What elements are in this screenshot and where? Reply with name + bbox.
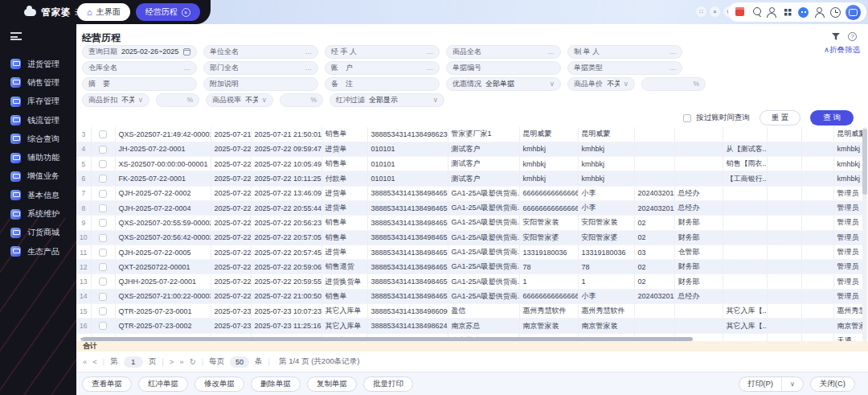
sidebar-item-basic-info[interactable]: 基本信息 bbox=[0, 186, 76, 204]
filter-bill-number[interactable]: 单据编号 bbox=[446, 61, 561, 75]
gift-icon[interactable] bbox=[734, 6, 746, 19]
print-button[interactable]: 打印(P) bbox=[739, 377, 781, 391]
sidebar-item-sales[interactable]: 销售管理 bbox=[0, 73, 76, 92]
row-checkbox[interactable] bbox=[99, 160, 107, 168]
service-icon[interactable] bbox=[813, 6, 825, 19]
chevron-down-icon[interactable]: ∨ bbox=[433, 96, 438, 104]
message-icon[interactable] bbox=[797, 6, 809, 19]
posting-time-checkbox[interactable] bbox=[683, 114, 691, 122]
filter-summary[interactable]: 摘 要 bbox=[82, 77, 197, 91]
sidebar-item-assist[interactable]: 辅助功能 bbox=[0, 148, 76, 167]
row-checkbox[interactable] bbox=[99, 146, 107, 154]
calendar-icon[interactable] bbox=[183, 48, 190, 56]
filter-product-discount-percent[interactable]: % bbox=[156, 93, 199, 107]
next-page-button[interactable]: > bbox=[170, 357, 174, 366]
more-options-icon[interactable]: … bbox=[184, 64, 191, 72]
red-flush-bill-button[interactable]: 红冲单据 bbox=[138, 376, 188, 392]
sidebar-item-maintenance[interactable]: 系统维护 bbox=[0, 204, 76, 223]
last-page-button[interactable]: » bbox=[179, 357, 183, 366]
row-checkbox[interactable] bbox=[99, 249, 107, 257]
chevron-down-icon[interactable]: ∨ bbox=[138, 96, 143, 104]
filter-product-price[interactable]: 商品单价 不关心 ∨ bbox=[567, 77, 635, 91]
row-checkbox[interactable] bbox=[99, 293, 107, 301]
sidebar-item-value-added[interactable]: 增值业务 bbox=[0, 167, 76, 186]
filter-department-fullname[interactable]: 部门全名 … bbox=[203, 61, 318, 75]
close-window-button[interactable]: × bbox=[710, 6, 720, 17]
row-checkbox[interactable] bbox=[99, 307, 107, 315]
modify-bill-button[interactable]: 修改单据 bbox=[194, 376, 244, 392]
filter-remark[interactable]: 备 注 bbox=[325, 77, 440, 91]
filter-query-date[interactable]: 查询日期 2025-02-26~2025-08-2 bbox=[82, 45, 197, 59]
filter-extra-note[interactable]: 附加说明 bbox=[203, 77, 318, 91]
sidebar-item-query[interactable]: 综合查询 bbox=[0, 130, 76, 148]
table-row[interactable]: 6 FK-2025-07-22-0001 2025-07-22 2025-07-… bbox=[76, 171, 862, 186]
more-options-icon[interactable]: … bbox=[427, 47, 434, 56]
filter-bill-maker[interactable]: 制 单 人 … bbox=[567, 45, 682, 59]
more-options-icon[interactable]: … bbox=[427, 64, 434, 72]
more-options-icon[interactable]: … bbox=[669, 64, 677, 72]
row-checkbox[interactable] bbox=[99, 219, 107, 227]
search-button[interactable]: 查 询 bbox=[810, 110, 854, 125]
refresh-icon[interactable]: ↻ bbox=[190, 357, 196, 366]
vertical-scrollbar-thumb[interactable] bbox=[862, 129, 867, 195]
tab-business-history[interactable]: 经营历程 × bbox=[136, 3, 200, 21]
filter-product-tax-rate[interactable]: 商品税率 不关心 ∨ bbox=[206, 93, 273, 107]
table-row[interactable]: 16 QTR-2025-07-23-0002 2025-07-23 2025-0… bbox=[76, 319, 862, 333]
row-checkbox[interactable] bbox=[99, 278, 107, 286]
filter-product-discount[interactable]: 商品折扣 不关心 ∨ bbox=[82, 93, 149, 107]
filter-funnel-icon[interactable] bbox=[832, 33, 840, 40]
page-input[interactable]: 1 bbox=[124, 356, 143, 368]
close-button[interactable]: 关闭(C) bbox=[810, 376, 855, 392]
chevron-down-icon[interactable]: ∨ bbox=[262, 96, 267, 104]
row-checkbox[interactable] bbox=[99, 322, 107, 330]
sidebar-item-purchase[interactable]: 进货管理 bbox=[0, 55, 76, 73]
table-row[interactable]: 3 QXS-202507-21:49:42-00001 2025-07-21 2… bbox=[76, 127, 862, 142]
history-icon[interactable] bbox=[829, 6, 841, 19]
sidebar-item-cashflow[interactable]: 钱流管理 bbox=[0, 111, 76, 130]
search-icon[interactable] bbox=[750, 6, 762, 19]
table-row[interactable]: 13 QJHH-2025-07-22-0001 2025-07-22 2025-… bbox=[76, 274, 862, 289]
filter-discount-status[interactable]: 优惠情况 全部单据 ∨ bbox=[446, 77, 561, 91]
row-checkbox[interactable] bbox=[99, 130, 107, 138]
table-row[interactable]: 7 QJH-2025-07-22-0002 2025-07-22 2025-07… bbox=[76, 186, 862, 200]
print-dropdown-caret[interactable]: ∨ bbox=[781, 377, 803, 391]
reset-button[interactable]: 重 置 bbox=[760, 110, 801, 125]
copy-bill-button[interactable]: 复制单据 bbox=[307, 376, 357, 392]
table-row[interactable]: 14 QXS-202507-21:00:22-00003 2025-07-22 … bbox=[76, 289, 862, 303]
filter-product-tax-percent[interactable]: % bbox=[280, 93, 323, 107]
sidebar-item-inventory[interactable]: 库存管理 bbox=[0, 93, 76, 111]
row-checkbox[interactable] bbox=[99, 234, 107, 242]
table-row[interactable]: 10 QXS-202507-20:56:42-00002 2025-07-22 … bbox=[76, 230, 862, 245]
table-row[interactable]: 5 XS-202507-00:00:00-00001 2025-07-22 20… bbox=[76, 157, 862, 171]
more-options-icon[interactable]: … bbox=[669, 47, 677, 56]
filter-unit-fullname[interactable]: 单位全名 … bbox=[203, 45, 318, 59]
filter-product-price-percent[interactable]: % bbox=[641, 77, 706, 91]
collapse-filters-link[interactable]: ∧折叠筛选 bbox=[824, 45, 860, 56]
tab-home[interactable]: ⌂ 主界面 bbox=[77, 3, 130, 21]
more-options-icon[interactable]: … bbox=[305, 47, 313, 56]
row-checkbox[interactable] bbox=[99, 190, 107, 198]
member-icon[interactable] bbox=[766, 6, 778, 19]
table-row[interactable]: 15 QTR-2025-07-23-0001 2025-07-23 2025-0… bbox=[76, 304, 862, 319]
row-checkbox[interactable] bbox=[99, 204, 107, 212]
view-bill-button[interactable]: 查看单据 bbox=[82, 376, 132, 392]
filter-product-fullname[interactable]: 商品全名 … bbox=[446, 45, 561, 59]
filter-warehouse-fullname[interactable]: 仓库全名 … bbox=[82, 61, 197, 75]
filter-bill-type[interactable]: 单据类型 … bbox=[567, 61, 682, 75]
batch-print-button[interactable]: 批量打印 bbox=[363, 376, 413, 392]
chevron-down-icon[interactable]: ∨ bbox=[624, 80, 628, 88]
row-checkbox[interactable] bbox=[99, 175, 107, 183]
table-row[interactable]: 8 QJH-2025-07-22-0004 2025-07-22 2025-07… bbox=[76, 200, 862, 215]
tab-close-icon[interactable]: × bbox=[182, 8, 190, 17]
more-options-icon[interactable]: … bbox=[305, 64, 313, 72]
more-options-icon[interactable]: … bbox=[548, 47, 555, 56]
help-icon[interactable]: ? bbox=[848, 32, 857, 41]
filter-red-flush-filter[interactable]: 红冲过滤 全部显示 ∨ bbox=[330, 93, 444, 107]
prev-page-button[interactable]: < bbox=[92, 357, 97, 366]
filter-handler[interactable]: 经 手 人 … bbox=[325, 45, 440, 59]
delete-bill-button[interactable]: 删除单据 bbox=[251, 376, 301, 392]
first-page-button[interactable]: « bbox=[83, 357, 87, 366]
chevron-down-icon[interactable]: ∨ bbox=[550, 80, 555, 88]
table-row[interactable]: 11 QJH-2025-07-22-0005 2025-07-22 2025-0… bbox=[76, 245, 862, 259]
table-row[interactable]: 4 JH-2025-07-22-0001 2025-07-22 2025-07-… bbox=[76, 142, 862, 156]
